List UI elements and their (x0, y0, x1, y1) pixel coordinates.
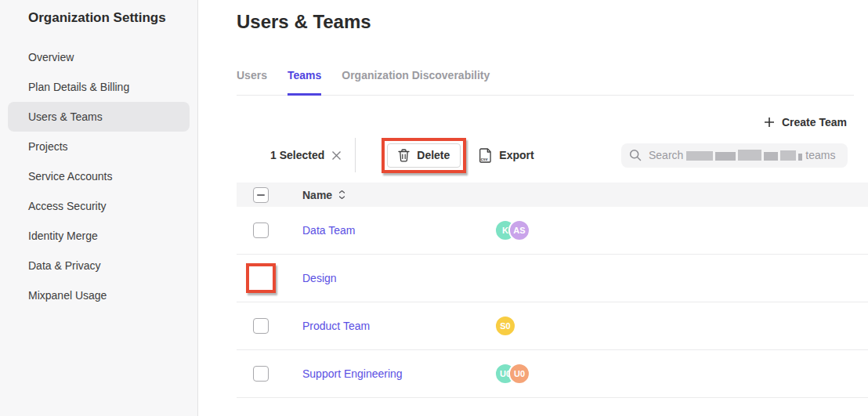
tab-organization-discoverability[interactable]: Organization Discoverability (342, 69, 490, 96)
sort-icon[interactable] (338, 190, 345, 200)
sidebar: Organization Settings Overview Plan Deta… (0, 0, 198, 416)
tab-users[interactable]: Users (237, 69, 267, 96)
export-label: Export (499, 149, 533, 161)
name-column-header[interactable]: Name (302, 189, 345, 201)
delete-button[interactable]: Delete (387, 143, 461, 168)
team-name-link[interactable]: Design (302, 272, 494, 284)
sidebar-item-access-security[interactable]: Access Security (0, 191, 197, 221)
table-row: Support Engineering U0 U0 (237, 350, 868, 398)
avatar: U0 (508, 363, 530, 385)
row-checkbox-wrap (253, 366, 269, 382)
table-row: Product Team S0 (237, 302, 868, 350)
sidebar-title: Organization Settings (28, 10, 197, 26)
row-checkbox[interactable] (253, 366, 269, 382)
delete-label: Delete (417, 149, 450, 161)
page-title: Users & Teams (237, 11, 868, 33)
create-team-row: Create Team (198, 116, 847, 128)
tab-teams[interactable]: Teams (288, 69, 321, 96)
search-icon (629, 149, 642, 161)
member-avatars: S0 (494, 315, 516, 337)
selected-text: 1 Selected (270, 149, 324, 161)
sidebar-item-service-accounts[interactable]: Service Accounts (0, 161, 197, 191)
select-all-checkbox-wrap (253, 187, 269, 203)
member-avatars: U0 U0 (494, 363, 530, 385)
avatar: AS (508, 219, 530, 241)
sidebar-nav: Overview Plan Details & Billing Users & … (0, 42, 197, 310)
row-checkbox-checked[interactable] (253, 270, 269, 286)
toolbar-divider (355, 138, 356, 172)
avatar: S0 (494, 315, 516, 337)
sidebar-item-users-teams[interactable]: Users & Teams (8, 102, 190, 132)
team-name-link[interactable]: Product Team (302, 320, 494, 332)
export-button[interactable]: csv Export (479, 148, 533, 163)
svg-text:csv: csv (481, 156, 488, 161)
row-checkbox[interactable] (253, 318, 269, 334)
sidebar-item-plan-details-billing[interactable]: Plan Details & Billing (0, 72, 197, 102)
search-placeholder: Search teams (649, 149, 835, 161)
search-input[interactable]: Search teams (621, 143, 848, 168)
team-name-link[interactable]: Support Engineering (302, 367, 494, 380)
selection-toolbar: 1 Selected Delete (198, 138, 848, 172)
row-checkbox-wrap (253, 318, 269, 334)
search-placeholder-redacted (686, 150, 802, 161)
selection-count: 1 Selected (270, 149, 342, 161)
clear-selection-button[interactable] (331, 150, 342, 161)
sidebar-item-projects[interactable]: Projects (0, 132, 197, 161)
create-team-label: Create Team (782, 116, 847, 128)
table-row: Design (237, 255, 868, 302)
team-name-link[interactable]: Data Team (302, 224, 494, 237)
member-avatars: K AS (494, 219, 530, 241)
sidebar-item-mixpanel-usage[interactable]: Mixpanel Usage (0, 280, 197, 310)
trash-icon (398, 149, 410, 162)
row-checkbox-wrap (253, 270, 269, 286)
row-checkbox-wrap (253, 222, 269, 238)
organization-settings-page: Organization Settings Overview Plan Deta… (0, 0, 868, 416)
row-checkbox[interactable] (253, 222, 269, 238)
table-row: Data Team K AS (237, 207, 868, 255)
select-all-checkbox[interactable] (253, 187, 269, 203)
sidebar-item-data-privacy[interactable]: Data & Privacy (0, 251, 197, 280)
csv-file-icon: csv (479, 148, 492, 163)
table-header-row: Name (237, 183, 868, 207)
sidebar-item-overview[interactable]: Overview (0, 42, 197, 72)
delete-annotation-box: Delete (382, 138, 466, 173)
create-team-button[interactable]: Create Team (764, 116, 847, 128)
main-panel: Users & Teams Users Teams Organization D… (198, 0, 868, 416)
sidebar-item-identity-merge[interactable]: Identity Merge (0, 221, 197, 251)
tab-bar: Users Teams Organization Discoverability (237, 69, 854, 96)
plus-icon (764, 117, 775, 128)
teams-table: Name Data Team K AS (237, 183, 868, 398)
